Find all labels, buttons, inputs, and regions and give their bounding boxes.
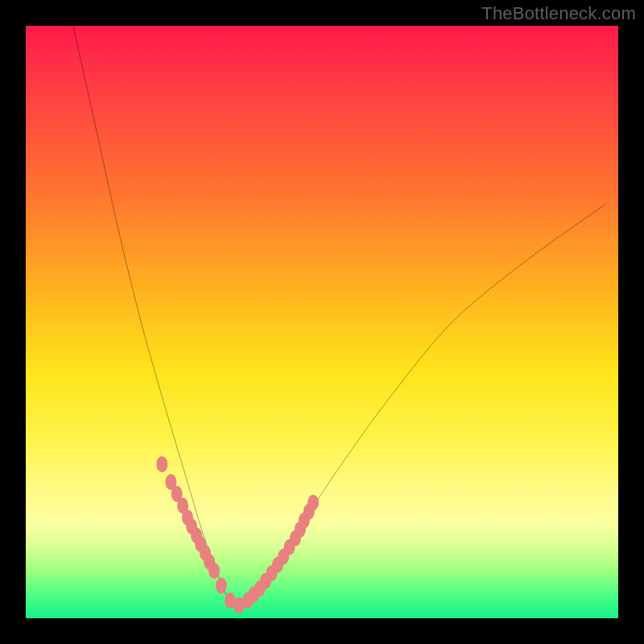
- marker-dot: [156, 456, 167, 473]
- curve-path: [73, 26, 606, 607]
- watermark-label: TheBottleneck.com: [481, 3, 636, 24]
- highlighted-points: [156, 456, 319, 613]
- marker-dot: [308, 495, 319, 511]
- marker-dot: [216, 578, 227, 594]
- plot-area: [26, 26, 618, 618]
- marker-dot: [208, 563, 220, 579]
- chart-frame: TheBottleneck.com: [0, 0, 644, 644]
- curve-layer: [26, 26, 618, 618]
- bottleneck-curve: [73, 26, 606, 607]
